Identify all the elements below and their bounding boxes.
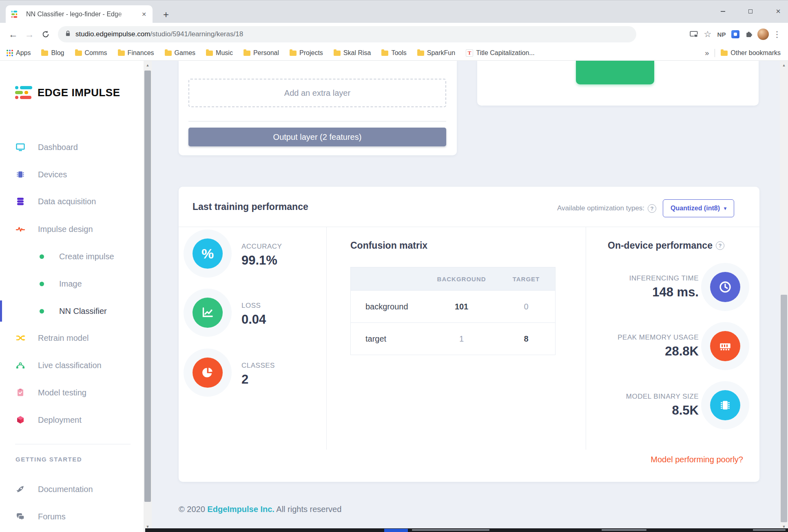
page-scrollbar[interactable]: ▲ ▼ (780, 61, 788, 532)
add-extra-layer-button[interactable]: Add an extra layer (188, 79, 446, 107)
sidebar-item-model-testing[interactable]: Model testing (0, 384, 144, 401)
ondevice-value: 148 ms. (652, 285, 699, 300)
pulse-icon (15, 224, 25, 234)
confusion-matrix-table: BACKGROUND TARGET background 101 0 targe… (350, 267, 556, 355)
forward-icon[interactable]: → (21, 26, 38, 42)
sidebar-item-deployment[interactable]: Deployment (0, 412, 144, 428)
bookmark-folder-personal[interactable]: Personal (243, 49, 279, 57)
bookmark-folder-comms[interactable]: Comms (75, 49, 107, 57)
bookmarks-bar: Apps Blog Comms Finances Games Music Per… (0, 46, 788, 61)
bookmark-folder-blog[interactable]: Blog (41, 49, 64, 57)
sidebar-item-devices[interactable]: Devices (0, 166, 144, 183)
profile-badge[interactable]: NP (715, 31, 728, 38)
close-button[interactable]: ✕ (769, 4, 788, 18)
footer-brand-link[interactable]: EdgeImpulse Inc. (207, 505, 274, 514)
rights-text: All rights reserved (276, 505, 341, 514)
letter-t-icon: T (466, 49, 473, 57)
ondevice-label: PEAK MEMORY USAGE (618, 333, 699, 342)
folder-icon (334, 51, 341, 56)
ondevice-label: MODEL BINARY SIZE (626, 393, 699, 401)
sidebar-item-dashboard[interactable]: Dashboard (0, 139, 144, 155)
cell-value: 101 (426, 291, 497, 323)
sidebar-item-create-impulse[interactable]: Create impulse (0, 248, 144, 265)
tab-title: NN Classifier - lego-finder - Edge (26, 11, 131, 18)
database-icon (15, 196, 25, 206)
cube-icon (15, 415, 25, 425)
sidebar-item-live-classification[interactable]: Live classification (0, 357, 144, 373)
cast-icon[interactable] (687, 27, 701, 41)
scrollbar-thumb[interactable] (144, 71, 151, 502)
avatar[interactable] (756, 27, 770, 41)
metric-label: CLASSES (241, 362, 275, 370)
sidebar-item-documentation[interactable]: Documentation (0, 481, 144, 497)
puzzle-extensions-icon[interactable] (742, 27, 756, 41)
browser-toolbar: ← → studio.edgeimpulse.com/studio/5941/l… (0, 23, 788, 46)
sidebar-item-impulse-design[interactable]: Impulse design (0, 221, 144, 237)
green-dot-icon (40, 282, 44, 286)
new-tab-button[interactable]: + (160, 9, 172, 21)
folder-icon (41, 51, 48, 56)
bookmark-folder-projects[interactable]: Projects (290, 49, 323, 57)
sidebar-item-retrain-model[interactable]: Retrain model (0, 330, 144, 346)
edge-impulse-logo[interactable]: EDGE IMPULSE (15, 86, 120, 99)
optimization-select[interactable]: Quantized (int8) ▾ (663, 199, 734, 217)
ondevice-inferencing-time: INFERENCING TIME 148 ms. (629, 272, 740, 302)
bookmark-star-icon[interactable]: ☆ (701, 27, 715, 41)
help-icon[interactable]: ? (716, 241, 724, 250)
optimization-row: Available optimization types: ? Quantize… (557, 199, 734, 217)
help-icon[interactable]: ? (648, 204, 656, 213)
chevron-down-icon: ▾ (724, 205, 726, 211)
model-performing-poorly-link[interactable]: Model performing poorly? (651, 455, 743, 464)
start-training-button[interactable] (576, 61, 654, 84)
output-layer-button[interactable]: Output layer (2 features) (188, 128, 446, 146)
ram-icon (710, 331, 740, 361)
sidebar-scrollbar[interactable]: ▲ ▼ (144, 61, 152, 532)
metric-accuracy: % ACCURACY 99.1% (193, 238, 282, 269)
browser-tab[interactable]: NN Classifier - lego-finder - Edge ✕ (6, 5, 153, 23)
sidebar-item-forums[interactable]: Forums (0, 508, 144, 525)
sidebar-item-image[interactable]: Image (0, 276, 144, 292)
cell-value: 0 (497, 291, 556, 323)
scroll-up-icon[interactable]: ▲ (144, 62, 152, 69)
back-icon[interactable]: ← (5, 26, 21, 42)
background-window-fragment (412, 529, 489, 531)
bookmark-folder-tools[interactable]: Tools (381, 49, 406, 57)
logo-text: EDGE IMPULSE (38, 86, 120, 99)
tab-close-icon[interactable]: ✕ (139, 10, 148, 19)
metric-value: 99.1% (241, 253, 282, 268)
extension-icon[interactable] (728, 27, 742, 41)
monitor-icon (15, 142, 25, 152)
pie-chart-icon (193, 358, 223, 388)
vertical-divider (586, 227, 586, 450)
metric-label: LOSS (241, 302, 266, 310)
lock-icon (64, 30, 71, 39)
metric-classes: CLASSES 2 (193, 358, 275, 388)
maximize-button[interactable] (741, 4, 760, 18)
sidebar-item-data-acquisition[interactable]: Data acquisition (0, 193, 144, 210)
scroll-up-icon[interactable]: ▲ (780, 62, 788, 69)
bookmark-apps[interactable]: Apps (7, 49, 31, 57)
bookmark-folder-finances[interactable]: Finances (118, 49, 154, 57)
ondevice-value: 28.8K (665, 344, 699, 359)
metric-value: 0.04 (241, 312, 266, 327)
scrollbar-thumb[interactable] (781, 295, 787, 522)
bookmarks-overflow-icon[interactable]: » (705, 49, 709, 57)
browser-menu-icon[interactable]: ⋮ (770, 29, 784, 39)
green-dot-icon (40, 254, 44, 259)
minimize-button[interactable] (713, 4, 732, 18)
sidebar-item-nn-classifier[interactable]: NN Classifier (0, 303, 144, 319)
bookmark-title-capitalization[interactable]: TTitle Capitalization... (466, 49, 534, 57)
table-row: background 101 0 (351, 291, 556, 323)
reload-icon[interactable] (38, 26, 54, 42)
bookmark-folder-skal-risa[interactable]: Skal Risa (334, 49, 371, 57)
other-bookmarks[interactable]: Other bookmarks (721, 49, 781, 57)
sidebar-section-label: GETTING STARTED (15, 456, 82, 463)
sidebar: EDGE IMPULSE Dashboard Devices Data acqu… (0, 61, 144, 532)
bookmark-folder-music[interactable]: Music (206, 49, 233, 57)
bookmark-folder-games[interactable]: Games (165, 49, 196, 57)
last-training-performance-card: Last training performance Available opti… (179, 187, 759, 482)
ondevice-value: 8.5K (672, 403, 699, 418)
bookmark-folder-sparkfun[interactable]: SparkFun (417, 49, 455, 57)
address-bar[interactable]: studio.edgeimpulse.com/studio/5941/learn… (58, 26, 636, 42)
ondevice-label: INFERENCING TIME (629, 274, 699, 283)
